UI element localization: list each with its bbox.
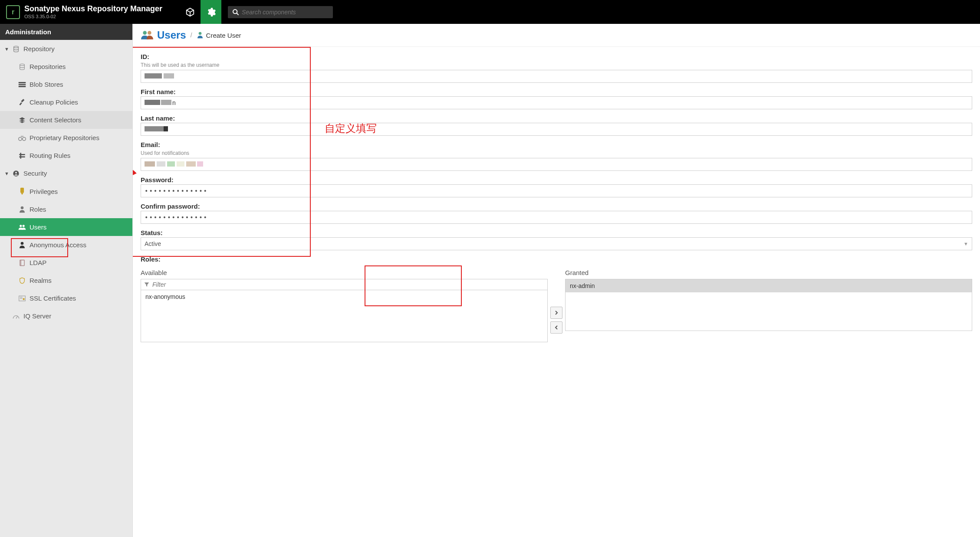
last-name-label: Last name:	[141, 112, 972, 123]
sidebar-item-iq-server[interactable]: IQ Server	[0, 307, 132, 325]
person-icon	[17, 206, 27, 213]
roles-available-list[interactable]: nx-anonymous	[141, 290, 548, 342]
annotation-arrow	[133, 168, 137, 251]
sidebar-item-label: Repositories	[30, 63, 66, 70]
sidebar-item-label: Content Selectors	[30, 116, 81, 124]
database-icon	[17, 63, 27, 70]
gear-icon	[206, 7, 216, 17]
sidebar-item-label: Repository	[23, 45, 55, 52]
sidebar-item-label: SSL Certificates	[30, 295, 76, 302]
roles-filter-box[interactable]	[141, 279, 548, 290]
chevron-right-icon	[554, 311, 559, 315]
svg-rect-14	[20, 188, 24, 193]
field-password: Password:	[141, 174, 972, 197]
sidebar-item-label: Privileges	[30, 188, 58, 195]
sidebar-title: Administration	[0, 24, 133, 40]
svg-point-18	[21, 242, 24, 245]
email-label: Email:	[141, 138, 972, 149]
browse-button[interactable]	[180, 0, 201, 24]
sidebar-item-content-selectors[interactable]: Content Selectors	[0, 111, 132, 129]
create-user-form: ID: This will be used as the username Fi…	[133, 47, 980, 353]
sidebar-item-realms[interactable]: Realms	[0, 272, 132, 289]
app-title: Sonatype Nexus Repository Manager	[24, 4, 162, 14]
first-name-input[interactable]: n	[141, 96, 972, 109]
roles-available-label: Available	[141, 266, 548, 279]
sidebar: Administration ▼ Repository Repositories…	[0, 24, 133, 537]
password-input[interactable]	[141, 184, 972, 197]
remove-role-button[interactable]	[550, 321, 562, 334]
app-version: OSS 3.35.0-02	[24, 14, 162, 20]
roles-filter-input[interactable]	[152, 281, 545, 288]
sidebar-item-label: Anonymous Access	[30, 241, 86, 249]
svg-line-25	[16, 316, 17, 318]
svg-rect-10	[19, 156, 25, 157]
binoculars-icon	[17, 135, 27, 141]
svg-point-13	[15, 172, 17, 174]
admin-button[interactable]	[201, 0, 221, 24]
sidebar-item-privileges[interactable]: Privileges	[0, 182, 132, 200]
breadcrumb-action: Create User	[206, 32, 241, 39]
status-label: Status:	[141, 226, 972, 237]
chevron-down-icon: ▼	[4, 171, 10, 176]
sidebar-item-label: Security	[23, 170, 47, 177]
add-role-button[interactable]	[550, 307, 562, 319]
sidebar-item-ssl-certificates[interactable]: SSL Certificates	[0, 289, 132, 307]
svg-rect-9	[19, 154, 25, 155]
page-header: Users / Create User	[133, 24, 980, 47]
svg-point-17	[23, 225, 25, 227]
sidebar-item-label: Blob Stores	[30, 81, 63, 88]
search-box[interactable]	[228, 6, 333, 18]
app-logo: r	[6, 5, 20, 19]
sidebar-item-repositories[interactable]: Repositories	[0, 58, 132, 75]
sidebar-item-cleanup-policies[interactable]: Cleanup Policies	[0, 93, 132, 111]
roles-transfer-buttons	[548, 266, 565, 342]
svg-point-3	[20, 64, 25, 65]
sidebar-item-blob-stores[interactable]: Blob Stores	[0, 75, 132, 93]
last-name-input[interactable]	[141, 123, 972, 136]
svg-point-8	[23, 137, 26, 141]
sidebar-item-routing-rules[interactable]: Routing Rules	[0, 147, 132, 164]
breadcrumb-separator: /	[191, 32, 192, 39]
svg-rect-5	[19, 84, 26, 85]
cube-icon	[185, 7, 195, 17]
field-confirm-password: Confirm password:	[141, 200, 972, 224]
page-title[interactable]: Users	[157, 29, 186, 41]
field-email: Email: Used for notifications	[141, 138, 972, 171]
sidebar-item-repository[interactable]: ▼ Repository	[0, 40, 132, 58]
field-first-name: First name: n	[141, 85, 972, 109]
sidebar-item-security[interactable]: ▼ Security	[0, 164, 132, 182]
sidebar-item-label: Users	[30, 223, 46, 231]
sidebar-item-label: Cleanup Policies	[30, 98, 78, 106]
svg-rect-11	[20, 153, 21, 158]
brush-icon	[17, 99, 27, 106]
list-item[interactable]: nx-admin	[566, 279, 972, 292]
chevron-down-icon: ▼	[4, 46, 10, 52]
roles-label: Roles:	[141, 253, 972, 264]
users-icon	[141, 30, 154, 40]
filter-icon	[144, 282, 150, 288]
blob-icon	[17, 82, 27, 88]
search-icon	[232, 9, 239, 16]
roles-granted-list[interactable]: nx-admin	[565, 279, 972, 331]
sidebar-item-label: Routing Rules	[30, 152, 70, 159]
confirm-password-input[interactable]	[141, 211, 972, 224]
search-input[interactable]	[242, 9, 329, 16]
list-item[interactable]: nx-anonymous	[141, 290, 547, 303]
status-select[interactable]: Active ▼	[141, 237, 972, 250]
sidebar-item-anonymous-access[interactable]: Anonymous Access	[0, 236, 132, 254]
chevron-down-icon: ▼	[964, 241, 968, 246]
sidebar-item-proprietary-repositories[interactable]: Proprietary Repositories	[0, 129, 132, 147]
sidebar-item-ldap[interactable]: LDAP	[0, 254, 132, 272]
email-help: Used for notifications	[141, 149, 972, 158]
svg-point-24	[23, 298, 24, 300]
book-icon	[17, 259, 27, 266]
email-input[interactable]	[141, 158, 972, 171]
id-label: ID:	[141, 50, 972, 61]
sidebar-item-users[interactable]: Users	[0, 218, 132, 236]
id-input[interactable]	[141, 70, 972, 83]
shield-icon	[17, 277, 27, 284]
sidebar-item-roles[interactable]: Roles	[0, 200, 132, 218]
app-header: r Sonatype Nexus Repository Manager OSS …	[0, 0, 980, 24]
database-icon	[11, 46, 21, 52]
svg-point-7	[19, 137, 22, 141]
